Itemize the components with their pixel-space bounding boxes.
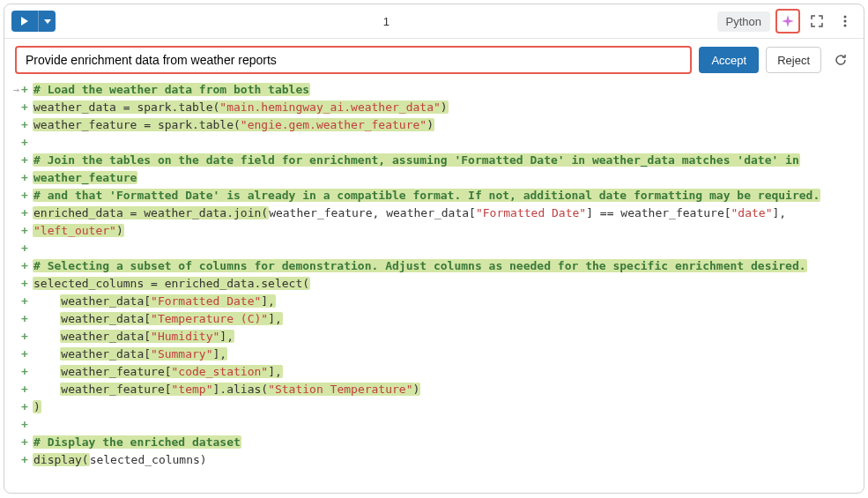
reject-button[interactable]: Reject	[766, 47, 821, 73]
code-line: # Selecting a subset of columns for demo…	[33, 257, 864, 275]
code-content: # Load the weather data from both tables…	[31, 81, 864, 493]
notebook-cell: 1 Python Accept Reject →+++++++++	[4, 4, 864, 494]
code-line: enriched_data = weather_data.join(weathe…	[33, 204, 864, 222]
code-line: weather_data["Temperature (C)"],	[33, 310, 864, 328]
run-button-group	[11, 11, 56, 32]
play-icon	[20, 17, 29, 26]
code-line: display(selected_columns)	[33, 451, 864, 469]
kebab-icon	[843, 15, 847, 27]
regenerate-button[interactable]	[828, 48, 853, 72]
code-line: selected_columns = enriched_data.select(	[33, 275, 864, 293]
code-line	[33, 416, 864, 434]
language-selector[interactable]: Python	[717, 11, 770, 32]
code-line: weather_data["Humidity"],	[33, 328, 864, 346]
svg-point-2	[844, 25, 847, 27]
code-line: weather_feature["temp"].alias("Station T…	[33, 381, 864, 398]
gutter: →++++++++++++++++++++++	[8, 81, 31, 493]
accept-button[interactable]: Accept	[699, 47, 759, 73]
expand-icon	[811, 15, 823, 27]
run-dropdown[interactable]	[38, 11, 56, 32]
code-line	[33, 134, 864, 152]
sparkle-icon	[781, 14, 795, 28]
code-line: weather_feature = spark.table("engie.gem…	[33, 116, 864, 134]
svg-point-1	[844, 20, 847, 23]
ai-prompt-bar: Accept Reject	[4, 39, 864, 81]
code-line	[33, 240, 864, 257]
code-line: "left_outer")	[33, 222, 864, 240]
cell-toolbar: 1 Python	[4, 4, 864, 39]
code-line: weather_feature	[33, 169, 864, 187]
code-line: # Load the weather data from both tables	[33, 81, 864, 99]
code-line: weather_data["Formatted Date"],	[33, 293, 864, 310]
refresh-icon	[834, 53, 848, 67]
cell-index: 1	[61, 15, 712, 28]
code-editor[interactable]: →++++++++++++++++++++++ # Load the weath…	[4, 81, 864, 493]
fullscreen-button[interactable]	[805, 10, 828, 33]
code-line: weather_data = spark.table("main.hemingw…	[33, 99, 864, 116]
svg-point-0	[844, 16, 847, 19]
ai-prompt-input[interactable]	[15, 46, 692, 74]
code-line: weather_feature["code_station"],	[33, 363, 864, 381]
run-button[interactable]	[11, 11, 38, 32]
code-line: )	[33, 398, 864, 416]
kebab-menu-button[interactable]	[834, 10, 857, 33]
chevron-down-icon	[44, 19, 51, 24]
code-line: # Join the tables on the date field for …	[33, 152, 864, 169]
code-line: # Display the enriched dataset	[33, 434, 864, 451]
code-line: # and that 'Formatted Date' is already i…	[33, 187, 864, 204]
ai-assistant-button[interactable]	[775, 9, 800, 33]
code-line: weather_data["Summary"],	[33, 346, 864, 363]
